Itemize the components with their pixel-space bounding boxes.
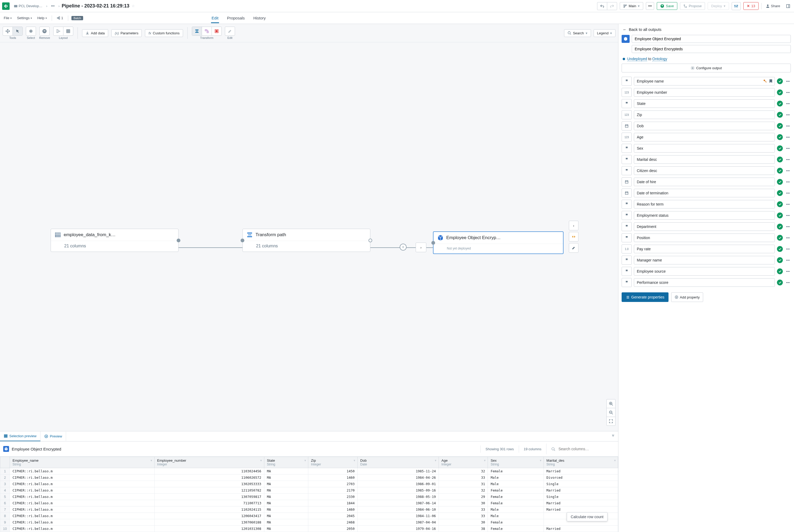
add-node-button[interactable]: + — [400, 244, 407, 250]
save-button[interactable]: Save — [657, 2, 677, 10]
breadcrumb-project[interactable]: PCL Develop… — [12, 3, 44, 9]
table-row[interactable]: 6CIPHER::ri.bellaso.m711007713MA18441987… — [0, 500, 618, 507]
deploy-dropdown[interactable]: Deploy ▾ — [708, 2, 729, 10]
remove-tool[interactable] — [40, 27, 49, 35]
transform-tool-3[interactable] — [212, 27, 221, 35]
property-name-input[interactable]: Reason for term — [634, 200, 775, 208]
property-more-button[interactable]: ••• — [785, 156, 791, 163]
expand-button[interactable]: › — [416, 243, 426, 252]
property-more-button[interactable]: ••• — [785, 257, 791, 263]
property-more-button[interactable]: ••• — [785, 78, 791, 84]
property-name-input[interactable]: Pay rate — [634, 245, 775, 253]
node-output-object[interactable]: Employee Object Encryp… Not yet deployed — [433, 231, 564, 254]
property-more-button[interactable]: ••• — [785, 112, 791, 118]
branch-dropdown[interactable]: Main ▾ — [620, 2, 643, 10]
property-name-input[interactable]: State — [634, 99, 775, 108]
pipeline-canvas[interactable]: employee_data_from_k… 21 columns Transfo… — [0, 42, 618, 431]
output-port[interactable] — [369, 239, 372, 242]
table-row[interactable]: 9CIPHER::ri.bellaso.m1307060188MA2468198… — [0, 519, 618, 526]
select-node-tool[interactable] — [26, 27, 36, 35]
tab-edit[interactable]: Edit — [211, 13, 219, 23]
column-header[interactable]: Marital_desString▼ — [543, 457, 618, 468]
tab-proposals[interactable]: Proposals — [226, 13, 245, 23]
input-port[interactable] — [431, 241, 435, 245]
table-row[interactable]: 4CIPHER::ri.bellaso.m1211050782MA2170198… — [0, 487, 618, 494]
zoom-in-button[interactable] — [607, 399, 615, 408]
column-header[interactable]: SexString▼ — [488, 457, 543, 468]
parameters-button[interactable]: (x) Parameters — [111, 29, 142, 37]
property-more-button[interactable]: ••• — [785, 280, 791, 286]
redo-button[interactable] — [607, 2, 617, 10]
property-more-button[interactable]: ••• — [785, 179, 791, 185]
more-button[interactable]: ••• — [646, 2, 654, 10]
add-data-button[interactable]: Add data — [82, 29, 108, 37]
help-menu[interactable]: Help▾ — [36, 15, 49, 21]
property-more-button[interactable]: ••• — [785, 268, 791, 274]
column-header[interactable]: AgeInteger▼ — [439, 457, 488, 468]
edit-tool[interactable] — [225, 27, 235, 35]
property-name-input[interactable]: Employee name — [634, 77, 775, 86]
errors-button[interactable]: ✕ 13 — [743, 2, 759, 10]
node-action-next[interactable]: › — [569, 221, 578, 230]
property-name-input[interactable]: Performance score — [634, 278, 775, 287]
table-row[interactable]: 8CIPHER::ri.bellaso.m1206043417MA2045198… — [0, 513, 618, 519]
column-header[interactable]: DobDate▼ — [357, 457, 439, 468]
property-name-input[interactable]: Manager name — [634, 256, 775, 264]
propose-button[interactable]: Propose — [680, 2, 705, 10]
breadcrumb-ellipsis[interactable]: ••• — [49, 3, 56, 9]
property-name-input[interactable]: Zip — [634, 111, 775, 119]
property-more-button[interactable]: ••• — [785, 201, 791, 207]
tab-preview[interactable]: Preview — [40, 432, 66, 441]
undo-button[interactable] — [597, 2, 607, 10]
node-action-edit[interactable] — [569, 243, 578, 253]
back-to-outputs-button[interactable]: ← Back to all outputs — [618, 24, 794, 35]
node-input-dataset[interactable]: employee_data_from_k… 21 columns — [51, 229, 179, 252]
table-row[interactable]: 2CIPHER::ri.bellaso.m1106026572MA1460198… — [0, 474, 618, 481]
file-menu[interactable]: File▾ — [2, 15, 13, 21]
share-button[interactable]: Share — [764, 3, 782, 9]
branch-indicator[interactable]: 1 — [55, 15, 65, 21]
generate-properties-button[interactable]: Generate properties — [622, 292, 668, 302]
legend-dropdown[interactable]: Legend ▾ — [594, 29, 615, 37]
layout-grid-tool[interactable] — [63, 27, 73, 35]
property-more-button[interactable]: ••• — [785, 212, 791, 218]
settings-menu[interactable]: Settings▾ — [16, 15, 34, 21]
property-more-button[interactable]: ••• — [785, 101, 791, 107]
table-row[interactable]: 10CIPHER::ri.bellaso.m1201031308MA205019… — [0, 526, 618, 532]
property-name-input[interactable]: Sex — [634, 144, 775, 153]
column-search-input[interactable] — [557, 445, 610, 453]
output-port[interactable] — [177, 239, 180, 242]
settings-button[interactable] — [732, 2, 741, 10]
property-more-button[interactable]: ••• — [785, 168, 791, 174]
table-row[interactable]: 1CIPHER::ri.bellaso.m1103024456MA1450198… — [0, 468, 618, 474]
tab-history[interactable]: History — [253, 13, 266, 23]
node-action-link[interactable] — [569, 232, 578, 242]
configure-output-button[interactable]: Configure output — [622, 64, 791, 72]
column-header[interactable]: ZipInteger▼ — [308, 457, 357, 468]
table-row[interactable]: 3CIPHER::ri.bellaso.m1302053333MA2703198… — [0, 481, 618, 487]
move-tool[interactable] — [3, 27, 13, 35]
search-dropdown[interactable]: Search ▾ — [564, 29, 591, 37]
star-icon[interactable]: ☆ — [132, 4, 135, 8]
property-more-button[interactable]: ••• — [785, 224, 791, 230]
transform-tool-2[interactable] — [202, 27, 212, 35]
transform-tool-1[interactable] — [192, 27, 202, 35]
property-more-button[interactable]: ••• — [785, 90, 791, 96]
property-name-input[interactable]: Citizen desc — [634, 166, 775, 175]
ontology-link[interactable]: Ontology — [652, 57, 667, 61]
property-name-input[interactable]: Date of hire — [634, 177, 775, 186]
property-more-button[interactable]: ••• — [785, 123, 791, 129]
custom-functions-button[interactable]: fx Custom functions — [145, 29, 183, 37]
property-more-button[interactable]: ••• — [785, 235, 791, 241]
property-more-button[interactable]: ••• — [785, 246, 791, 252]
object-plural-input[interactable] — [632, 45, 791, 53]
table-row[interactable]: 5CIPHER::ri.bellaso.m1307059817MA2330198… — [0, 494, 618, 500]
property-more-button[interactable]: ••• — [785, 145, 791, 152]
property-name-input[interactable]: Dob — [634, 122, 775, 130]
property-name-input[interactable]: Age — [634, 133, 775, 141]
select-tool[interactable] — [13, 27, 22, 35]
tab-selection-preview[interactable]: Selection preview — [0, 431, 40, 441]
property-name-input[interactable]: Employment status — [634, 211, 775, 220]
property-name-input[interactable]: Department — [634, 222, 775, 231]
property-name-input[interactable]: Date of termination — [634, 189, 775, 197]
